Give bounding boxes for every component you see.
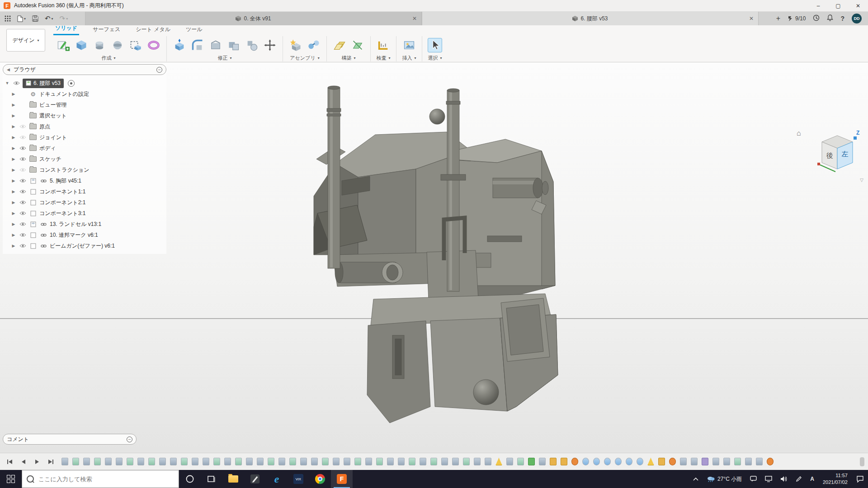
timeline-sketch-icon[interactable] (354, 458, 361, 465)
timeline-feature-icon[interactable] (474, 458, 481, 465)
timeline-feature-icon[interactable] (137, 458, 144, 465)
save-icon[interactable] (32, 15, 38, 22)
timeline-feature-icon[interactable] (691, 458, 698, 465)
timeline-warn-icon[interactable] (647, 458, 654, 465)
group-label-assemble[interactable]: アセンブリ▾ (290, 55, 319, 61)
timeline-feature-icon[interactable] (756, 458, 763, 465)
activate-radio-icon[interactable] (68, 80, 75, 87)
group-label-inspect[interactable]: 検査▾ (376, 55, 390, 61)
browser-item-chest[interactable]: ▶ 5. 胸部 v45:1 (9, 175, 166, 186)
expand-icon[interactable]: ▶ (11, 146, 16, 150)
new-component-icon[interactable] (288, 38, 303, 52)
timeline-joint-icon[interactable] (637, 458, 643, 465)
timeline-sketch-icon[interactable] (409, 458, 415, 465)
timeline-feature-icon[interactable] (333, 458, 340, 465)
timeline-feature-icon[interactable] (680, 458, 687, 465)
browser-item-beamgun[interactable]: ▶ ビームガン(ゼファー) v6:1 (9, 240, 166, 251)
panel-dot-icon[interactable]: – (127, 436, 132, 442)
expand-icon[interactable]: ▶ (11, 113, 16, 118)
vix-app-icon[interactable]: ViX (288, 470, 309, 488)
step-back-icon[interactable] (19, 457, 28, 466)
timeline-feature-icon[interactable] (105, 458, 112, 465)
timeline-feature-icon[interactable] (506, 458, 513, 465)
expand-icon[interactable]: ▶ (11, 92, 16, 96)
active-component-pill[interactable]: 6. 腰部 v53 (23, 79, 64, 88)
group-label-construct[interactable]: 構築▾ (341, 55, 355, 61)
usage-badge[interactable]: 9/10 (788, 15, 806, 22)
search-input[interactable] (38, 475, 174, 483)
timeline-feature-icon[interactable] (300, 458, 307, 465)
offset-plane-icon[interactable] (332, 38, 347, 52)
timeline-feature-icon[interactable] (311, 458, 318, 465)
browser-header[interactable]: ◀ ブラウザ – (3, 64, 166, 75)
visibility-eye-icon[interactable] (19, 178, 27, 183)
timeline-feature-icon[interactable] (170, 458, 177, 465)
pattern-box-icon[interactable] (128, 38, 143, 52)
browser-item-joints[interactable]: ▶ ジョイント (9, 132, 166, 143)
play-icon[interactable] (33, 457, 42, 466)
browser-item-randoseru[interactable]: ▶ 13. ランドセル v13:1 (9, 219, 166, 230)
visibility-eye-off-icon[interactable] (19, 124, 27, 129)
timeline-feature-icon[interactable] (365, 458, 372, 465)
visibility-eye-icon[interactable] (19, 222, 27, 226)
browser-item-root[interactable]: ▼ 6. 腰部 v53 (3, 78, 166, 89)
visibility-eye-off-icon[interactable] (19, 168, 27, 172)
expand-icon[interactable]: ▶ (11, 200, 16, 205)
timeline-sketch-icon[interactable] (463, 458, 470, 465)
timeline-feature-icon[interactable] (745, 458, 752, 465)
revolve-icon[interactable] (92, 38, 107, 52)
visibility-eye-icon[interactable] (19, 189, 27, 194)
extrude-icon[interactable] (74, 38, 89, 52)
timeline-joint-icon[interactable] (593, 458, 600, 465)
timeline-feature-strip[interactable] (61, 458, 856, 465)
timeline-sketch-icon[interactable] (430, 458, 437, 465)
measure-icon[interactable] (376, 38, 391, 52)
visibility-eye-icon[interactable] (19, 233, 27, 237)
timeline-feature-icon[interactable] (203, 458, 209, 465)
file-explorer-icon[interactable] (222, 470, 244, 488)
notifications-bell-icon[interactable] (827, 14, 833, 23)
help-icon[interactable]: ? (840, 15, 844, 22)
align-icon[interactable] (245, 38, 259, 52)
taskbar-clock[interactable]: 11:57 2021/07/02 (818, 472, 852, 486)
move-copy-icon[interactable] (263, 38, 277, 52)
timeline-feature-icon[interactable] (83, 458, 90, 465)
tray-bubble-icon[interactable] (746, 470, 761, 488)
timeline-feature-icon[interactable] (712, 458, 719, 465)
timeline-feature-icon[interactable] (485, 458, 491, 465)
browser-item-origin[interactable]: ▶ 原点 (9, 121, 166, 132)
tray-expand-icon[interactable] (689, 470, 703, 488)
browser-item-construction[interactable]: ▶ コンストラクション (9, 164, 166, 175)
timeline-feature-icon[interactable] (278, 458, 285, 465)
browser-item-selectionsets[interactable]: ▶ 選択セット (9, 110, 166, 121)
timeline-sketch-icon[interactable] (734, 458, 741, 465)
browser-item-component2[interactable]: ▶ コンポーネント2:1 (9, 197, 166, 208)
press-pull-icon[interactable] (172, 38, 187, 52)
expand-icon[interactable]: ▶ (11, 135, 16, 140)
joint-icon[interactable] (307, 38, 321, 52)
expand-icon[interactable]: ▶ (11, 103, 16, 107)
redo-icon[interactable]: ↷▾ (60, 14, 68, 23)
expand-icon[interactable]: ▼ (5, 81, 10, 85)
timeline-feature-icon[interactable] (387, 458, 394, 465)
visibility-eye-icon[interactable] (19, 200, 27, 205)
timeline-scrollbar[interactable] (860, 457, 864, 466)
timeline-sketch-icon[interactable] (127, 458, 133, 465)
timeline-feature-icon[interactable] (61, 458, 68, 465)
timeline-feature-icon[interactable] (159, 458, 166, 465)
editor-app-icon[interactable] (244, 470, 266, 488)
timeline-feature-icon[interactable] (257, 458, 264, 465)
select-tool-icon[interactable] (428, 38, 442, 52)
browser-item-component1[interactable]: ▶ コンポーネント1:1 (9, 186, 166, 197)
timeline-feature-icon[interactable] (539, 458, 546, 465)
collapse-left-icon[interactable]: ◀ (7, 67, 10, 72)
visibility-eye-icon[interactable] (19, 244, 27, 248)
document-tab-zentai[interactable]: 0. 全体 v91 ✕ (85, 12, 422, 25)
timeline-pin-icon[interactable] (767, 458, 774, 465)
group-label-select[interactable]: 選択▾ (428, 55, 442, 61)
expand-icon[interactable]: ▶ (11, 211, 16, 216)
expand-icon[interactable]: ▶ (11, 244, 16, 248)
visibility-eye-icon[interactable] (19, 211, 27, 216)
timeline-pin-icon[interactable] (669, 458, 676, 465)
timeline-feature-icon[interactable] (723, 458, 730, 465)
